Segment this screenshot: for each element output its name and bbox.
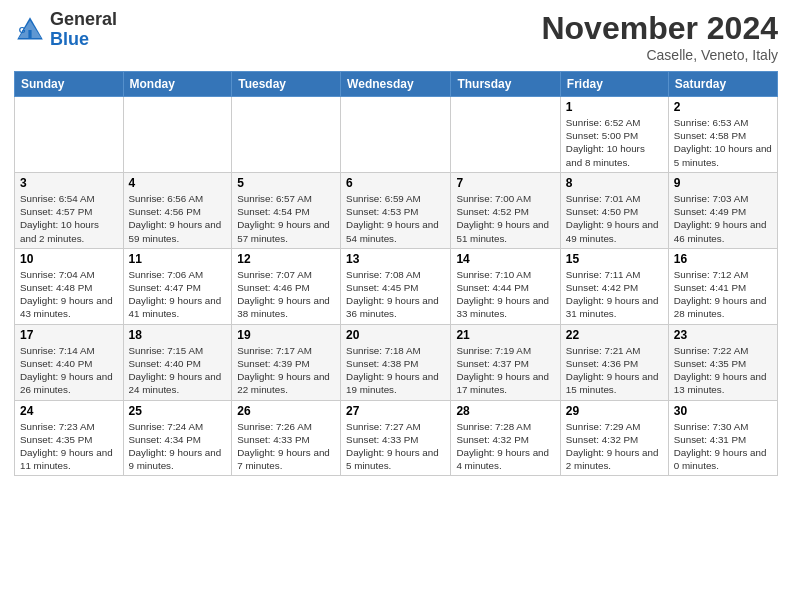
day-info: Sunrise: 7:07 AM Sunset: 4:46 PM Dayligh…	[237, 268, 335, 321]
header: G General Blue November 2024 Caselle, Ve…	[14, 10, 778, 63]
header-sunday: Sunday	[15, 72, 124, 97]
day-number: 4	[129, 176, 227, 190]
day-info: Sunrise: 6:52 AM Sunset: 5:00 PM Dayligh…	[566, 116, 663, 169]
table-row: 9Sunrise: 7:03 AM Sunset: 4:49 PM Daylig…	[668, 172, 777, 248]
day-info: Sunrise: 7:18 AM Sunset: 4:38 PM Dayligh…	[346, 344, 445, 397]
header-tuesday: Tuesday	[232, 72, 341, 97]
day-number: 2	[674, 100, 772, 114]
day-info: Sunrise: 7:06 AM Sunset: 4:47 PM Dayligh…	[129, 268, 227, 321]
day-info: Sunrise: 7:03 AM Sunset: 4:49 PM Dayligh…	[674, 192, 772, 245]
day-info: Sunrise: 7:01 AM Sunset: 4:50 PM Dayligh…	[566, 192, 663, 245]
day-number: 26	[237, 404, 335, 418]
day-info: Sunrise: 7:22 AM Sunset: 4:35 PM Dayligh…	[674, 344, 772, 397]
day-info: Sunrise: 7:21 AM Sunset: 4:36 PM Dayligh…	[566, 344, 663, 397]
day-number: 13	[346, 252, 445, 266]
calendar: Sunday Monday Tuesday Wednesday Thursday…	[14, 71, 778, 476]
table-row: 29Sunrise: 7:29 AM Sunset: 4:32 PM Dayli…	[560, 400, 668, 476]
day-number: 20	[346, 328, 445, 342]
calendar-week-5: 24Sunrise: 7:23 AM Sunset: 4:35 PM Dayli…	[15, 400, 778, 476]
day-info: Sunrise: 7:26 AM Sunset: 4:33 PM Dayligh…	[237, 420, 335, 473]
day-info: Sunrise: 7:29 AM Sunset: 4:32 PM Dayligh…	[566, 420, 663, 473]
logo: G General Blue	[14, 10, 117, 50]
day-number: 9	[674, 176, 772, 190]
logo-general: General	[50, 10, 117, 30]
day-info: Sunrise: 6:57 AM Sunset: 4:54 PM Dayligh…	[237, 192, 335, 245]
day-info: Sunrise: 7:27 AM Sunset: 4:33 PM Dayligh…	[346, 420, 445, 473]
table-row: 25Sunrise: 7:24 AM Sunset: 4:34 PM Dayli…	[123, 400, 232, 476]
day-info: Sunrise: 7:14 AM Sunset: 4:40 PM Dayligh…	[20, 344, 118, 397]
day-number: 23	[674, 328, 772, 342]
calendar-week-3: 10Sunrise: 7:04 AM Sunset: 4:48 PM Dayli…	[15, 248, 778, 324]
table-row: 21Sunrise: 7:19 AM Sunset: 4:37 PM Dayli…	[451, 324, 560, 400]
day-number: 10	[20, 252, 118, 266]
day-info: Sunrise: 7:08 AM Sunset: 4:45 PM Dayligh…	[346, 268, 445, 321]
table-row: 16Sunrise: 7:12 AM Sunset: 4:41 PM Dayli…	[668, 248, 777, 324]
day-info: Sunrise: 7:11 AM Sunset: 4:42 PM Dayligh…	[566, 268, 663, 321]
table-row: 15Sunrise: 7:11 AM Sunset: 4:42 PM Dayli…	[560, 248, 668, 324]
location: Caselle, Veneto, Italy	[541, 47, 778, 63]
title-section: November 2024 Caselle, Veneto, Italy	[541, 10, 778, 63]
table-row: 26Sunrise: 7:26 AM Sunset: 4:33 PM Dayli…	[232, 400, 341, 476]
day-number: 30	[674, 404, 772, 418]
day-info: Sunrise: 7:28 AM Sunset: 4:32 PM Dayligh…	[456, 420, 554, 473]
table-row: 8Sunrise: 7:01 AM Sunset: 4:50 PM Daylig…	[560, 172, 668, 248]
header-friday: Friday	[560, 72, 668, 97]
header-wednesday: Wednesday	[341, 72, 451, 97]
logo-blue: Blue	[50, 30, 117, 50]
day-number: 22	[566, 328, 663, 342]
table-row: 20Sunrise: 7:18 AM Sunset: 4:38 PM Dayli…	[341, 324, 451, 400]
table-row: 28Sunrise: 7:28 AM Sunset: 4:32 PM Dayli…	[451, 400, 560, 476]
day-info: Sunrise: 7:24 AM Sunset: 4:34 PM Dayligh…	[129, 420, 227, 473]
day-number: 7	[456, 176, 554, 190]
day-info: Sunrise: 7:15 AM Sunset: 4:40 PM Dayligh…	[129, 344, 227, 397]
calendar-week-1: 1Sunrise: 6:52 AM Sunset: 5:00 PM Daylig…	[15, 97, 778, 173]
table-row: 24Sunrise: 7:23 AM Sunset: 4:35 PM Dayli…	[15, 400, 124, 476]
table-row: 11Sunrise: 7:06 AM Sunset: 4:47 PM Dayli…	[123, 248, 232, 324]
day-info: Sunrise: 7:17 AM Sunset: 4:39 PM Dayligh…	[237, 344, 335, 397]
table-row: 27Sunrise: 7:27 AM Sunset: 4:33 PM Dayli…	[341, 400, 451, 476]
table-row: 3Sunrise: 6:54 AM Sunset: 4:57 PM Daylig…	[15, 172, 124, 248]
day-number: 6	[346, 176, 445, 190]
day-number: 8	[566, 176, 663, 190]
table-row	[451, 97, 560, 173]
day-number: 11	[129, 252, 227, 266]
table-row: 12Sunrise: 7:07 AM Sunset: 4:46 PM Dayli…	[232, 248, 341, 324]
table-row: 18Sunrise: 7:15 AM Sunset: 4:40 PM Dayli…	[123, 324, 232, 400]
day-number: 3	[20, 176, 118, 190]
day-number: 28	[456, 404, 554, 418]
header-thursday: Thursday	[451, 72, 560, 97]
table-row: 23Sunrise: 7:22 AM Sunset: 4:35 PM Dayli…	[668, 324, 777, 400]
table-row	[232, 97, 341, 173]
day-number: 27	[346, 404, 445, 418]
table-row	[341, 97, 451, 173]
table-row: 4Sunrise: 6:56 AM Sunset: 4:56 PM Daylig…	[123, 172, 232, 248]
day-info: Sunrise: 7:12 AM Sunset: 4:41 PM Dayligh…	[674, 268, 772, 321]
month-title: November 2024	[541, 10, 778, 47]
day-info: Sunrise: 7:10 AM Sunset: 4:44 PM Dayligh…	[456, 268, 554, 321]
day-info: Sunrise: 7:04 AM Sunset: 4:48 PM Dayligh…	[20, 268, 118, 321]
day-info: Sunrise: 7:00 AM Sunset: 4:52 PM Dayligh…	[456, 192, 554, 245]
day-info: Sunrise: 7:30 AM Sunset: 4:31 PM Dayligh…	[674, 420, 772, 473]
table-row: 30Sunrise: 7:30 AM Sunset: 4:31 PM Dayli…	[668, 400, 777, 476]
calendar-week-4: 17Sunrise: 7:14 AM Sunset: 4:40 PM Dayli…	[15, 324, 778, 400]
day-number: 18	[129, 328, 227, 342]
day-number: 17	[20, 328, 118, 342]
day-number: 5	[237, 176, 335, 190]
day-number: 24	[20, 404, 118, 418]
table-row: 10Sunrise: 7:04 AM Sunset: 4:48 PM Dayli…	[15, 248, 124, 324]
table-row: 1Sunrise: 6:52 AM Sunset: 5:00 PM Daylig…	[560, 97, 668, 173]
table-row	[123, 97, 232, 173]
day-info: Sunrise: 6:54 AM Sunset: 4:57 PM Dayligh…	[20, 192, 118, 245]
day-info: Sunrise: 6:56 AM Sunset: 4:56 PM Dayligh…	[129, 192, 227, 245]
calendar-week-2: 3Sunrise: 6:54 AM Sunset: 4:57 PM Daylig…	[15, 172, 778, 248]
day-number: 16	[674, 252, 772, 266]
day-info: Sunrise: 6:59 AM Sunset: 4:53 PM Dayligh…	[346, 192, 445, 245]
day-number: 1	[566, 100, 663, 114]
table-row: 5Sunrise: 6:57 AM Sunset: 4:54 PM Daylig…	[232, 172, 341, 248]
table-row: 17Sunrise: 7:14 AM Sunset: 4:40 PM Dayli…	[15, 324, 124, 400]
day-number: 25	[129, 404, 227, 418]
logo-text: General Blue	[50, 10, 117, 50]
day-number: 14	[456, 252, 554, 266]
day-number: 12	[237, 252, 335, 266]
day-number: 21	[456, 328, 554, 342]
